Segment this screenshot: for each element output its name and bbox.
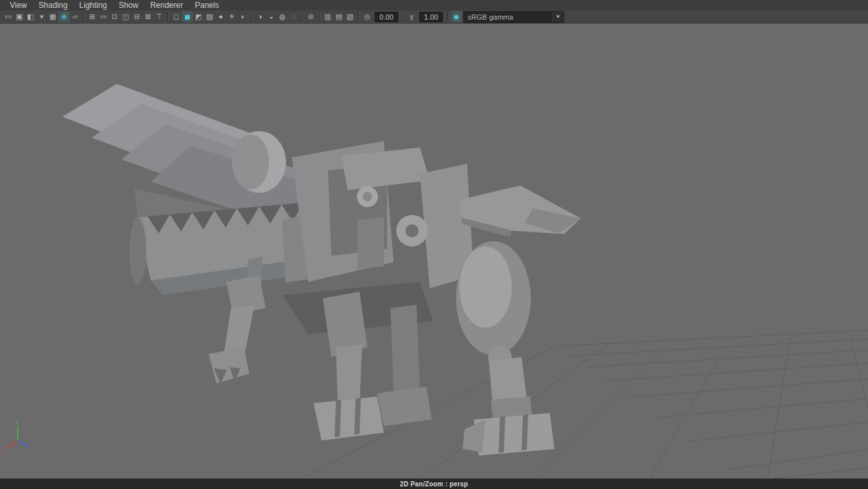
resolution-gate-icon[interactable]: ⊡ [109, 11, 120, 22]
grease-pencil-icon[interactable]: ▱ [70, 11, 81, 22]
menu-shading[interactable]: Shading [33, 0, 73, 10]
film-gate-icon[interactable]: ▭ [98, 11, 109, 22]
anti-aliasing-icon[interactable]: ◍ [277, 11, 288, 22]
smooth-shade-icon[interactable]: ◼ [182, 11, 193, 22]
toolbar-divider [319, 12, 320, 22]
menu-panels[interactable]: Panels [189, 0, 225, 10]
view-transform-select[interactable]: sRGB gamma ▼ [463, 11, 564, 23]
toolbar-groups: ▭▣◧▾▦⊕▱⊞▭⊡◫⊟⊠⊤◻◼◩▨●☀◐◑◒◍◇⊚▥▤▧ [3, 11, 362, 22]
toolbar-divider [167, 12, 168, 22]
menu-view[interactable]: View [4, 0, 33, 10]
lights-icon[interactable]: ☀ [226, 11, 238, 22]
safe-action-icon[interactable]: ⊠ [142, 11, 154, 22]
panel-menubar: ViewShadingLightingShowRendererPanels [0, 0, 868, 10]
viewport-scene: x y z [0, 24, 868, 479]
xray-joints-icon[interactable]: ▧ [344, 11, 356, 22]
view-transform-value: sRGB gamma [464, 12, 552, 22]
exposure-field[interactable] [375, 12, 398, 22]
menu-show[interactable]: Show [113, 0, 144, 10]
toolbar-divider [358, 12, 359, 22]
toolbar-divider [83, 12, 84, 22]
isolate-select-icon[interactable]: ⊚ [305, 11, 316, 22]
lock-camera-icon[interactable]: ▣ [14, 11, 25, 22]
field-chart-icon[interactable]: ⊟ [131, 11, 142, 22]
color-management-icon[interactable]: ◉ [451, 11, 462, 22]
image-plane-icon[interactable]: ▦ [47, 11, 58, 22]
menu-renderer[interactable]: Renderer [144, 0, 189, 10]
panel-toolbar: ▭▣◧▾▦⊕▱⊞▭⊡◫⊟⊠⊤◻◼◩▨●☀◐◑◒◍◇⊚▥▤▧ ◎ γ ◉ sRGB… [0, 10, 868, 24]
perspective-viewport[interactable]: x y z [0, 24, 868, 479]
shadows-icon[interactable]: ◐ [238, 11, 249, 22]
mech-model[interactable] [62, 84, 581, 456]
camera-attributes-icon[interactable]: ◧ [25, 11, 36, 22]
gate-mask-icon[interactable]: ◫ [120, 11, 131, 22]
xray-icon[interactable]: ▥ [322, 11, 333, 22]
status-text: 2D Pan/Zoom : persp [400, 480, 468, 488]
xray-active-components-icon[interactable]: ▤ [333, 11, 344, 22]
motion-blur-icon[interactable]: ◒ [266, 11, 277, 22]
exposure-icon[interactable]: ◎ [362, 11, 373, 22]
select-camera-icon[interactable]: ▭ [3, 11, 14, 22]
gamma-field[interactable] [419, 12, 443, 22]
grid-toggle-icon[interactable]: ⊞ [87, 11, 98, 22]
wireframe-on-shaded-icon[interactable]: ◩ [193, 11, 204, 22]
wireframe-icon[interactable]: ◻ [171, 11, 182, 22]
2d-pan-zoom-icon[interactable]: ⊕ [58, 11, 70, 22]
screen-space-ao-icon[interactable]: ◑ [255, 11, 266, 22]
axis-y-label: y [16, 419, 18, 425]
toolbar-divider [403, 12, 403, 22]
use-default-material-icon[interactable]: ● [215, 11, 226, 22]
view-axis-gizmo: x y z [3, 419, 33, 455]
toolbar-divider [302, 12, 302, 22]
menu-lighting[interactable]: Lighting [73, 0, 113, 10]
textured-icon[interactable]: ▨ [204, 11, 215, 22]
helpline-bar: 2D Pan/Zoom : persp [0, 479, 868, 489]
safe-title-icon[interactable]: ⊤ [154, 11, 165, 22]
gamma-icon[interactable]: γ [406, 11, 417, 22]
chevron-down-icon[interactable]: ▼ [552, 12, 564, 22]
axis-z-label: z [31, 446, 33, 452]
toolbar-divider [447, 12, 448, 22]
toolbar-divider [251, 12, 252, 22]
bookmarks-icon[interactable]: ▾ [36, 11, 47, 22]
depth-of-field-icon[interactable]: ◇ [288, 11, 299, 22]
axis-x-label: x [3, 449, 5, 455]
